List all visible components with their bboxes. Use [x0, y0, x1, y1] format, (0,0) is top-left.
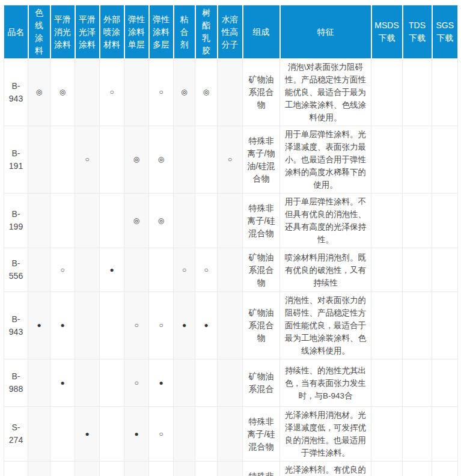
rating-cell-adhesive: [174, 407, 195, 462]
sgs-download-cell: [432, 194, 458, 248]
rating-cell-color-line-paint: [28, 194, 50, 248]
composition-cell: 矿物油系混合物: [243, 292, 280, 359]
features-cell: 消泡性、对表面张力的阻碍性、产品稳定性方面性能优良，最适合于最为工地涂装涂料、色…: [280, 292, 371, 359]
rating-cell-elastic-paint-multi-layer: ◎: [149, 126, 174, 194]
rating-cell-elastic-paint-single-layer: [124, 248, 149, 292]
features-cell: 用于单层弹性涂料。不但具有优良的消泡性、还具有高度的光泽保持性。: [280, 194, 371, 248]
rating-cell-smooth-matte-paint: ●: [50, 359, 75, 407]
rating-cell-smooth-gloss-paint: ●: [75, 462, 100, 476]
tds-download-cell: [403, 59, 432, 126]
rating-cell-resin-emulsion: [195, 194, 218, 248]
rating-cell-exterior-spray-material: [100, 292, 124, 359]
product-name-cell: S-274: [4, 407, 28, 462]
rating-cell-resin-emulsion: ◎: [195, 59, 218, 126]
rating-cell-water-soluble-polymer: ○: [218, 126, 243, 194]
col-header-features: 特征: [280, 5, 371, 59]
product-name-cell: B-943: [4, 292, 28, 359]
rating-cell-color-line-paint: [28, 126, 50, 194]
rating-cell-color-line-paint: o: [28, 462, 50, 476]
rating-cell-elastic-paint-multi-layer: ○: [149, 59, 174, 126]
table-row: B-199◎◎特殊非离子/硅混合物用于单层弹性涂料。不但具有优良的消泡性、还具有…: [4, 194, 458, 248]
table-row: B-988●○●矿物油系混合持续性、的泡性尤其出色，当有表面张力发生时，与B-9…: [4, 359, 458, 407]
table-row: B-943◎◎○○◎◎矿物油系混合物消泡\对表面张力阻碍性。产品稳定性方面性能优…: [4, 59, 458, 126]
rating-cell-water-soluble-polymer: [218, 248, 243, 292]
rating-cell-adhesive: ●: [174, 292, 195, 359]
rating-cell-resin-emulsion: [195, 126, 218, 194]
sgs-download-cell: [432, 359, 458, 407]
sgs-download-cell: [432, 462, 458, 476]
col-header-water-soluble-polymer: 水溶 性高 分子: [218, 5, 243, 59]
rating-cell-water-soluble-polymer: [218, 359, 243, 407]
col-header-msds-download: MSDS 下载: [371, 5, 403, 59]
rating-cell-elastic-paint-multi-layer: [149, 248, 174, 292]
rating-cell-smooth-matte-paint: [50, 407, 75, 462]
product-name-cell: B-556: [4, 248, 28, 292]
rating-cell-adhesive: ○: [174, 248, 195, 292]
features-cell: 消泡\对表面张力阻碍性。产品稳定性方面性能优良、最适合于最为工地涂装涂料、色线涂…: [280, 59, 371, 126]
tds-download-cell: [403, 407, 432, 462]
features-cell: 喷涂材料用消泡剂。既有优良的破泡性，又有持续性: [280, 248, 371, 292]
product-name-cell: B-988: [4, 359, 28, 407]
rating-cell-elastic-paint-single-layer: ●: [124, 407, 149, 462]
composition-cell: 特殊非离子/硅混合物: [243, 462, 280, 476]
table-body: B-943◎◎○○◎◎矿物油系混合物消泡\对表面张力阻碍性。产品稳定性方面性能优…: [4, 59, 458, 476]
table-row: B-191○◎◎○特殊非离子/物油/硅混合物用于单层弹性涂料。光泽退减度、表面张…: [4, 126, 458, 194]
msds-download-cell: [371, 292, 403, 359]
tds-download-cell: [403, 126, 432, 194]
rating-cell-adhesive: ◎: [174, 59, 195, 126]
sgs-download-cell: [432, 248, 458, 292]
rating-cell-water-soluble-polymer: [218, 59, 243, 126]
tds-download-cell: [403, 194, 432, 248]
features-cell: 光泽涂料剂。有优良的光泽保持性和减小表面张力的消泡性。对微细泡沫的消泡也有效。: [280, 462, 371, 476]
msds-download-cell: [371, 407, 403, 462]
composition-cell: 矿物油系混合: [243, 359, 280, 407]
rating-cell-resin-emulsion: ○: [195, 462, 218, 476]
product-name-cell: B-943: [4, 59, 28, 126]
rating-cell-adhesive: ○: [174, 462, 195, 476]
rating-cell-adhesive: [174, 126, 195, 194]
rating-cell-elastic-paint-multi-layer: ●: [149, 359, 174, 407]
rating-cell-smooth-gloss-paint: ●: [75, 407, 100, 462]
tds-download-cell: [403, 462, 432, 476]
col-header-composition: 组成: [243, 5, 280, 59]
features-cell: 光泽涂料用消泡材。光泽退减度低，可发挥优良的消泡性。也最适用于弹性涂料。: [280, 407, 371, 462]
rating-cell-color-line-paint: ●: [28, 292, 50, 359]
col-header-exterior-spray-material: 外部 喷涂 材料: [100, 5, 124, 59]
rating-cell-elastic-paint-single-layer: ◎: [124, 194, 149, 248]
table-header: 品名 色 线 涂 料 平滑 消光 涂料 平滑 光泽 涂料 外部 喷涂 材料 弹性…: [4, 5, 458, 59]
features-cell: 持续性、的泡性尤其出色，当有表面张力发生时，与B-943合: [280, 359, 371, 407]
col-header-adhesive: 粘 合 剂: [174, 5, 195, 59]
rating-cell-elastic-paint-multi-layer: ○: [149, 407, 174, 462]
rating-cell-color-line-paint: [28, 248, 50, 292]
rating-cell-smooth-matte-paint: ●: [50, 292, 75, 359]
msds-download-cell: [371, 248, 403, 292]
composition-cell: 特殊非离子/硅混合物: [243, 407, 280, 462]
rating-cell-smooth-gloss-paint: [75, 59, 100, 126]
rating-cell-resin-emulsion: [195, 407, 218, 462]
rating-cell-smooth-matte-paint: [50, 462, 75, 476]
rating-cell-exterior-spray-material: ●: [100, 248, 124, 292]
msds-download-cell: [371, 194, 403, 248]
product-name-cell: B-199: [4, 194, 28, 248]
rating-cell-exterior-spray-material: [100, 407, 124, 462]
rating-cell-exterior-spray-material: [100, 359, 124, 407]
rating-cell-water-soluble-polymer: [218, 292, 243, 359]
rating-cell-elastic-paint-multi-layer: ◎: [149, 194, 174, 248]
rating-cell-color-line-paint: [28, 359, 50, 407]
col-header-resin-emulsion: 树 酯 乳 胶: [195, 5, 218, 59]
rating-cell-water-soluble-polymer: [218, 407, 243, 462]
composition-cell: 矿物油系混合物: [243, 248, 280, 292]
features-cell: 用于单层弹性涂料。光泽退减度、表面张力最小。也最适合用于弹性涂料的高度水稀释下的…: [280, 126, 371, 194]
col-header-smooth-gloss-paint: 平滑 光泽 涂料: [75, 5, 100, 59]
composition-cell: 特殊非离子/硅混合物: [243, 194, 280, 248]
table-row: S-315o●○○特殊非离子/硅混合物光泽涂料剂。有优良的光泽保持性和减小表面张…: [4, 462, 458, 476]
rating-cell-smooth-gloss-paint: [75, 359, 100, 407]
product-spec-table: 品名 色 线 涂 料 平滑 消光 涂料 平滑 光泽 涂料 外部 喷涂 材料 弹性…: [4, 5, 458, 476]
rating-cell-elastic-paint-single-layer: [124, 59, 149, 126]
col-header-elastic-paint-single-layer: 弹性 涂料 单层: [124, 5, 149, 59]
product-name-cell: S-315: [4, 462, 28, 476]
rating-cell-exterior-spray-material: [100, 462, 124, 476]
rating-cell-elastic-paint-single-layer: ○: [124, 359, 149, 407]
rating-cell-smooth-gloss-paint: [75, 292, 100, 359]
composition-cell: 矿物油系混合物: [243, 59, 280, 126]
